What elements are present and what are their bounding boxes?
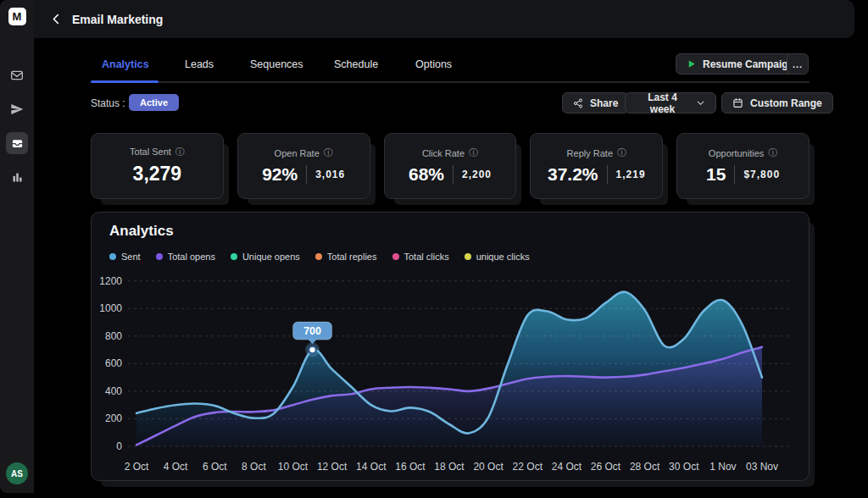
analytics-area-chart[interactable]: 0200400600800100012002 Oct4 Oct6 Oct8 Oc… [98, 268, 802, 479]
y-axis-tick: 600 [105, 357, 122, 369]
x-axis-tick: 22 Oct [513, 461, 543, 473]
legend-dot-icon [315, 253, 322, 260]
x-axis-tick: 24 Oct [552, 461, 582, 473]
stat-label: Open Rate [275, 148, 320, 158]
back-button[interactable] [47, 10, 65, 29]
send-icon[interactable] [6, 98, 28, 120]
tab-options[interactable]: Options [415, 58, 452, 70]
stat-value: 3,279 [133, 163, 182, 185]
page-title: Email Marketing [72, 13, 163, 26]
x-axis-tick: 03 Nov [746, 461, 778, 473]
app-window: M A [0, 0, 868, 498]
stat-card: Open Rate ⓘ 92% 3,016 [237, 133, 370, 199]
chart-tooltip: 700 [293, 322, 332, 357]
stat-value: 37.2% [548, 164, 598, 185]
stat-card: Reply Rate ⓘ 37.2% 1,219 [530, 133, 663, 199]
y-axis-tick: 1000 [99, 302, 122, 314]
stat-divider [306, 165, 307, 184]
info-icon[interactable]: ⓘ [469, 148, 478, 158]
tab-leads[interactable]: Leads [185, 58, 214, 70]
stat-sub-value: 2,200 [462, 169, 492, 180]
stat-label: Click Rate [422, 148, 465, 158]
chart-legend: Sent Total opens Unique opens Total repl… [109, 252, 530, 262]
ellipsis-icon: ... [793, 59, 803, 69]
legend-item: unique clicks [465, 252, 530, 262]
legend-item: Total clicks [392, 252, 449, 262]
resume-campaign-label: Resume Campaign [703, 58, 794, 70]
stat-sub-value: 3,016 [315, 169, 345, 180]
stat-divider [453, 165, 453, 184]
stat-value: 92% [262, 164, 298, 185]
top-bar: Email Marketing [34, 0, 854, 38]
stat-label: Opportunities [709, 148, 764, 158]
tab-analytics[interactable]: Analytics [102, 58, 149, 70]
share-label: Share [590, 97, 618, 109]
custom-range-label: Custom Range [750, 97, 822, 109]
tab-sequences[interactable]: Sequences [250, 58, 303, 70]
stat-value: 15 [706, 164, 726, 185]
x-axis-tick: 6 Oct [203, 461, 227, 473]
tooltip-value: 700 [303, 325, 321, 337]
tab-schedule[interactable]: Schedule [334, 58, 378, 70]
legend-label: Total replies [327, 252, 377, 262]
app-logo: M [8, 8, 26, 25]
share-button[interactable]: Share [562, 92, 629, 113]
x-axis-tick: 30 Oct [669, 461, 699, 473]
legend-label: Sent [121, 252, 141, 262]
stat-sub-value: 1,219 [616, 169, 646, 180]
custom-range-button[interactable]: Custom Range [721, 92, 833, 113]
legend-label: Total clicks [404, 252, 449, 262]
info-icon[interactable]: ⓘ [324, 148, 333, 158]
stat-card: Opportunities ⓘ 15 $7,800 [676, 133, 810, 199]
analytics-chart-card: Analytics Sent Total opens Unique opens … [91, 212, 810, 481]
legend-dot-icon [109, 253, 116, 260]
x-axis-tick: 1 Nov [709, 461, 736, 473]
x-axis-tick: 12 Oct [317, 461, 348, 473]
x-axis-tick: 4 Oct [164, 461, 188, 473]
bar-chart-icon[interactable] [6, 166, 28, 188]
legend-label: unique clicks [476, 252, 530, 262]
stat-sub-value: $7,800 [743, 169, 780, 180]
sidebar-item-inbox[interactable] [6, 132, 28, 154]
x-axis-tick: 18 Oct [434, 461, 465, 473]
chart-title: Analytics [109, 223, 174, 240]
date-range-dropdown[interactable]: Last 4 week [625, 92, 716, 113]
legend-item: Total replies [315, 252, 377, 262]
legend-item: Unique opens [231, 252, 300, 262]
tooltip-marker-dot [309, 346, 316, 354]
active-tab-underline [91, 80, 159, 83]
stat-card: Click Rate ⓘ 68% 2,200 [384, 133, 517, 199]
legend-dot-icon [231, 253, 237, 260]
play-icon [687, 59, 696, 69]
sidebar-nav [0, 25, 34, 188]
legend-label: Total opens [168, 252, 215, 262]
stats-row: Total Sent ⓘ 3,279 Open Rate ⓘ 92% 3,016… [91, 133, 810, 199]
chevron-down-icon [696, 98, 705, 108]
legend-item: Total opens [156, 252, 215, 262]
y-axis-tick: 1200 [99, 275, 122, 287]
legend-dot-icon [156, 253, 163, 260]
more-options-button[interactable]: ... [787, 53, 809, 75]
info-icon[interactable]: ⓘ [768, 148, 777, 158]
status-badge[interactable]: Active [129, 94, 179, 111]
y-axis-tick: 400 [105, 385, 122, 397]
info-icon[interactable]: ⓘ [617, 148, 626, 158]
date-range-value: Last 4 week [636, 91, 689, 115]
x-axis-tick: 16 Oct [395, 461, 426, 473]
share-icon [573, 98, 583, 108]
x-axis-tick: 10 Oct [278, 461, 309, 473]
status-label: Status : [91, 97, 125, 109]
x-axis-tick: 8 Oct [242, 461, 266, 473]
x-axis-tick: 14 Oct [356, 461, 387, 473]
x-axis-tick: 20 Oct [473, 461, 504, 473]
stat-label: Reply Rate [567, 148, 613, 158]
y-axis-tick: 200 [105, 412, 122, 424]
x-axis-tick: 28 Oct [630, 461, 660, 473]
calendar-icon [732, 97, 743, 108]
stat-divider [607, 165, 608, 184]
stat-label: Total Sent [130, 147, 171, 157]
stat-value: 68% [409, 164, 444, 185]
y-axis-tick: 800 [105, 330, 122, 342]
user-avatar[interactable]: AS [6, 462, 28, 484]
info-icon[interactable]: ⓘ [175, 147, 185, 157]
